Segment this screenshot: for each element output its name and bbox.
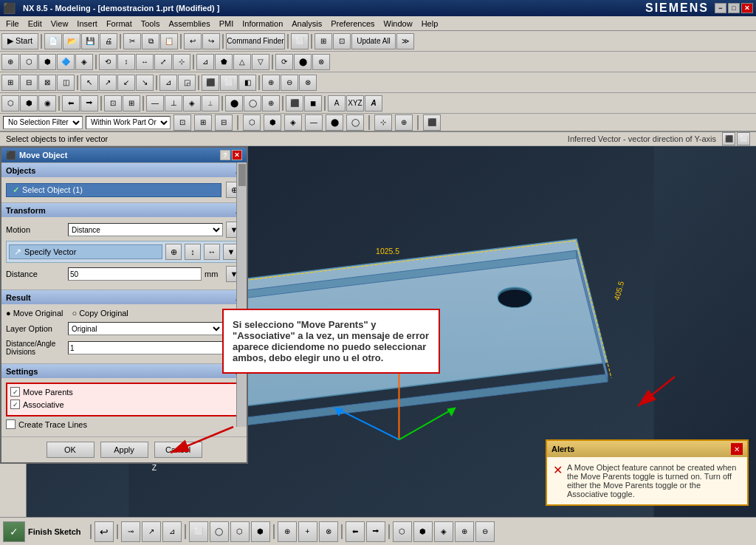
select-object-button[interactable]: ✓ Select Object (1) — [6, 183, 221, 197]
tb4-6[interactable]: ⊡ — [104, 95, 122, 112]
tb2-12[interactable]: ⬟ — [215, 54, 233, 70]
new-btn[interactable]: 📄 — [44, 33, 62, 49]
tb4-19[interactable]: A — [365, 95, 382, 112]
tb4-7[interactable]: ⊞ — [123, 95, 140, 112]
bottom-btn-11[interactable]: ⊗ — [319, 521, 338, 542]
tb3-7[interactable]: ↙ — [117, 75, 135, 91]
bottom-btn-16[interactable]: ◈ — [434, 521, 453, 542]
tb3-1[interactable]: ⊞ — [1, 75, 19, 91]
save-btn[interactable]: 💾 — [81, 33, 99, 49]
tb3-16[interactable]: ⊗ — [299, 75, 317, 91]
filter-btn-8[interactable]: ⬤ — [326, 114, 343, 131]
minimize-button[interactable]: − — [715, 3, 726, 13]
tb3-5[interactable]: ↖ — [80, 75, 98, 91]
tb3-10[interactable]: ◲ — [178, 75, 196, 91]
menu-pmi[interactable]: PMI — [215, 18, 238, 30]
menu-format[interactable]: Format — [102, 18, 137, 30]
maximize-button[interactable]: □ — [728, 3, 740, 13]
layer-option-dropdown[interactable]: Original — [68, 322, 223, 335]
open-btn[interactable]: 📂 — [63, 33, 80, 49]
more-btn[interactable]: ≫ — [396, 33, 414, 49]
snap-btn[interactable]: ⊞ — [315, 33, 332, 49]
cmd-finder-btn[interactable]: Command Finder — [226, 33, 285, 49]
vector-opt-3[interactable]: ↔ — [204, 244, 220, 260]
scroll-thumb[interactable] — [238, 164, 246, 186]
tb4-12[interactable]: ⬤ — [225, 95, 243, 112]
filter-btn-10[interactable]: ⊹ — [374, 114, 392, 131]
tb3-8[interactable]: ↘ — [136, 75, 154, 91]
filter-btn-3[interactable]: ⊟ — [215, 114, 233, 131]
tb3-2[interactable]: ⊟ — [20, 75, 38, 91]
tb2-5[interactable]: ◈ — [75, 54, 93, 70]
filter-btn-5[interactable]: ⬢ — [264, 114, 281, 131]
menu-analysis[interactable]: Analysis — [287, 18, 326, 30]
tb4-16[interactable]: ◼ — [304, 95, 322, 112]
filter-btn-2[interactable]: ⊞ — [194, 114, 212, 131]
tb3-9[interactable]: ⊿ — [159, 75, 177, 91]
tb2-14[interactable]: ▽ — [252, 54, 269, 70]
menu-help[interactable]: Help — [417, 18, 443, 30]
bottom-btn-9[interactable]: ⊕ — [278, 521, 297, 542]
bottom-btn-15[interactable]: ⬢ — [413, 521, 433, 542]
tb3-12[interactable]: ⬜ — [220, 75, 238, 91]
bottom-btn-17[interactable]: ⊕ — [455, 521, 474, 542]
vector-opt-1[interactable]: ⊕ — [165, 244, 182, 260]
menu-preferences[interactable]: Preferences — [326, 18, 379, 30]
tb2-7[interactable]: ↕ — [117, 54, 135, 70]
bottom-btn-6[interactable]: ◯ — [210, 521, 229, 542]
tb4-5[interactable]: ⮕ — [80, 95, 98, 112]
tb2-6[interactable]: ⟲ — [99, 54, 117, 70]
tb2-4[interactable]: 🔷 — [57, 54, 75, 70]
tb3-6[interactable]: ↗ — [99, 75, 117, 91]
bottom-btn-3[interactable]: ↗ — [142, 521, 161, 542]
tb4-15[interactable]: ⬛ — [286, 95, 303, 112]
menu-insert[interactable]: Insert — [72, 18, 102, 30]
motion-dropdown[interactable]: Distance — [68, 223, 223, 236]
bottom-btn-14[interactable]: ⬡ — [393, 521, 412, 542]
filter-btn-4[interactable]: ⬡ — [243, 114, 261, 131]
selection-filter-dropdown[interactable]: No Selection Filter — [3, 116, 83, 129]
filter-btn-7[interactable]: — — [305, 114, 323, 131]
tb2-13[interactable]: △ — [233, 54, 251, 70]
bottom-btn-8[interactable]: ⬢ — [251, 521, 270, 542]
tb3-13[interactable]: ◧ — [238, 75, 256, 91]
redo-btn[interactable]: ↪ — [202, 33, 220, 49]
filter-btn-9[interactable]: ◯ — [346, 114, 364, 131]
work-part-dropdown[interactable]: Within Work Part Or — [86, 116, 171, 129]
tb2-10[interactable]: ⊹ — [173, 54, 190, 70]
bottom-btn-12[interactable]: ⬅ — [346, 521, 365, 542]
tb2-17[interactable]: ⊗ — [312, 54, 330, 70]
tb2-1[interactable]: ⊕ — [1, 54, 19, 70]
menu-edit[interactable]: Edit — [24, 18, 47, 30]
view-tb-btn[interactable]: ⬜ — [291, 33, 309, 49]
move-parents-checkbox[interactable]: ✓ — [10, 387, 20, 397]
create-trace-checkbox[interactable] — [6, 419, 16, 429]
tb4-14[interactable]: ⊕ — [262, 95, 280, 112]
tb4-9[interactable]: ⊥ — [165, 95, 182, 112]
move-original-radio[interactable]: ● Move Original — [6, 309, 63, 318]
menu-view[interactable]: View — [47, 18, 73, 30]
menu-tools[interactable]: Tools — [137, 18, 165, 30]
view-opt-1[interactable]: ⬛ — [722, 132, 735, 145]
tb3-14[interactable]: ⊕ — [262, 75, 280, 91]
tb3-4[interactable]: ◫ — [57, 75, 75, 91]
print-btn[interactable]: 🖨 — [100, 33, 117, 49]
tb3-15[interactable]: ⊖ — [281, 75, 298, 91]
tb4-18[interactable]: XYZ — [346, 95, 364, 112]
snap-btn2[interactable]: ⊡ — [333, 33, 351, 49]
tb2-3[interactable]: ⬢ — [38, 54, 56, 70]
bottom-btn-2[interactable]: ⊸ — [121, 521, 140, 542]
cut-btn[interactable]: ✂ — [123, 33, 141, 49]
tb4-8[interactable]: — — [146, 95, 164, 112]
close-button[interactable]: ✕ — [741, 3, 753, 13]
menu-information[interactable]: Information — [238, 18, 287, 30]
tb2-15[interactable]: ⟳ — [275, 54, 293, 70]
finish-sketch-icon[interactable]: ✓ — [3, 521, 25, 542]
bottom-btn-1[interactable]: ↩ — [94, 521, 114, 542]
view-opt-2[interactable]: ⬜ — [737, 132, 750, 145]
dialog-scrollbar[interactable] — [236, 162, 247, 427]
divisions-input[interactable] — [68, 341, 242, 354]
specify-vector-button[interactable]: ↗ Specify Vector — [9, 244, 162, 259]
tb3-3[interactable]: ⊠ — [38, 75, 56, 91]
filter-btn-11[interactable]: ⊕ — [395, 114, 413, 131]
